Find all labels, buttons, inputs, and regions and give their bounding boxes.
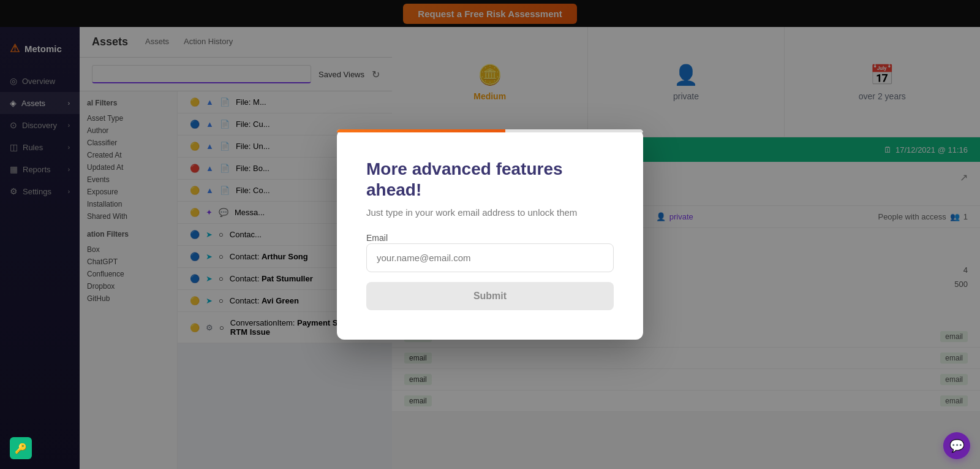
chat-icon: 💬	[949, 438, 965, 453]
modal-subtitle: Just type in your work email address to …	[366, 207, 614, 218]
chat-bubble-button[interactable]: 💬	[943, 432, 970, 459]
modal-overlay: More advanced features ahead! Just type …	[0, 0, 980, 469]
key-button[interactable]: 🔑	[10, 437, 32, 459]
modal: More advanced features ahead! Just type …	[337, 129, 643, 340]
modal-progress-bar-container	[337, 129, 643, 132]
modal-title: More advanced features ahead!	[366, 159, 614, 200]
email-label: Email	[366, 233, 388, 243]
email-input[interactable]	[366, 243, 614, 272]
submit-button[interactable]: Submit	[366, 282, 614, 310]
key-icon: 🔑	[15, 443, 27, 454]
modal-progress-bar	[337, 129, 505, 132]
